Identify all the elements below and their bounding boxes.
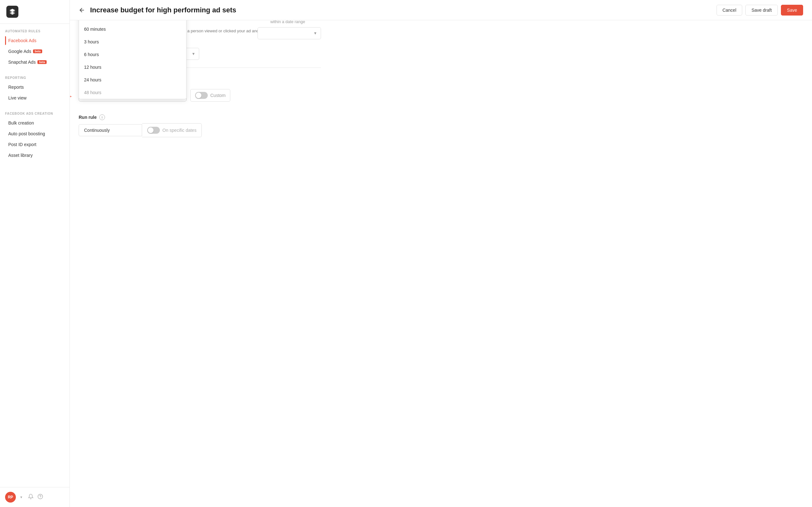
sidebar-item-auto-post-boosting[interactable]: Auto post boosting bbox=[5, 129, 64, 139]
sidebar-item-label-post-id-export: Post ID export bbox=[8, 142, 37, 147]
app-logo-icon bbox=[6, 6, 18, 18]
sidebar-item-label-live-view: Live view bbox=[8, 95, 27, 101]
chevron-down-icon[interactable]: ▾ bbox=[20, 495, 22, 499]
run-rule-toggle-slider bbox=[147, 127, 160, 134]
custom-toggle-slider bbox=[195, 92, 208, 99]
header-actions: Cancel Save draft Save bbox=[716, 5, 803, 15]
sidebar-section-automated-rules: AUTOMATED RULES Facebook Ads Google Ads … bbox=[0, 24, 69, 70]
sidebar-section-label-facebook-creation: FACEBOOK ADS CREATION bbox=[5, 112, 64, 115]
date-range-select-wrapper: ▼ bbox=[258, 27, 321, 39]
cancel-button[interactable]: Cancel bbox=[716, 5, 743, 15]
frequency-option-12h[interactable]: 12 hours bbox=[79, 61, 186, 73]
run-rule-toggle-wrapper: On specific dates bbox=[142, 123, 202, 137]
sidebar-item-label-facebook-ads: Facebook Ads bbox=[8, 38, 37, 43]
back-button[interactable] bbox=[79, 7, 85, 13]
avatar[interactable]: RP bbox=[5, 492, 16, 503]
sidebar-item-reports[interactable]: Reports bbox=[5, 82, 64, 92]
sidebar-item-facebook-ads[interactable]: Facebook Ads bbox=[5, 36, 64, 46]
sidebar-logo bbox=[0, 0, 69, 24]
sidebar-item-label-google-ads: Google Ads bbox=[8, 49, 31, 54]
frequency-option-24h[interactable]: 24 hours bbox=[79, 73, 186, 86]
sidebar-item-label-auto-post-boosting: Auto post boosting bbox=[8, 131, 45, 136]
google-ads-badge: beta bbox=[33, 49, 42, 53]
run-rule-row: Continuously On specific dates bbox=[79, 123, 321, 137]
sidebar: AUTOMATED RULES Facebook Ads Google Ads … bbox=[0, 0, 70, 507]
sidebar-section-reporting: REPORTING Reports Live view bbox=[0, 70, 69, 106]
frequency-area: 15 minutes 30 minutes 60 minutes 3 hours… bbox=[79, 89, 321, 102]
arrow-indicator: → bbox=[70, 92, 73, 101]
on-specific-dates-label: On specific dates bbox=[162, 128, 196, 133]
save-draft-button[interactable]: Save draft bbox=[745, 5, 778, 15]
within-date-range-text: within a date range bbox=[270, 20, 305, 24]
custom-label: Custom bbox=[210, 93, 225, 98]
snapchat-ads-badge: beta bbox=[38, 60, 47, 64]
sidebar-item-label-snapchat-ads: Snapchat Ads bbox=[8, 60, 36, 65]
sidebar-bottom: RP ▾ bbox=[0, 487, 69, 507]
run-rule-label: Run rule bbox=[79, 115, 97, 120]
help-icon[interactable] bbox=[38, 494, 43, 501]
date-range-wrapper: ▼ bbox=[258, 27, 321, 39]
sidebar-bottom-icons bbox=[28, 494, 43, 501]
sidebar-item-snapchat-ads[interactable]: Snapchat Ads beta bbox=[5, 57, 64, 67]
sidebar-item-label-reports: Reports bbox=[8, 84, 24, 90]
logo-svg bbox=[9, 8, 16, 15]
sidebar-item-google-ads[interactable]: Google Ads beta bbox=[5, 46, 64, 56]
sidebar-section-label-reporting: REPORTING bbox=[5, 76, 64, 79]
frequency-option-30min[interactable]: 30 minutes bbox=[79, 20, 186, 23]
save-button[interactable]: Save bbox=[781, 5, 803, 15]
run-rule-section: Run rule i Continuously On specific date… bbox=[79, 114, 321, 137]
run-rule-header: Run rule i bbox=[79, 114, 321, 120]
bell-icon[interactable] bbox=[28, 494, 34, 501]
sidebar-item-live-view[interactable]: Live view bbox=[5, 93, 64, 103]
page-title: Increase budget for high performing ad s… bbox=[90, 6, 711, 14]
frequency-option-60min[interactable]: 60 minutes bbox=[79, 23, 186, 36]
content-inner: An attribution window is the number of d… bbox=[70, 20, 330, 150]
header: Increase budget for high performing ad s… bbox=[70, 0, 812, 20]
frequency-option-6h[interactable]: 6 hours bbox=[79, 48, 186, 61]
sidebar-item-bulk-creation[interactable]: Bulk creation bbox=[5, 118, 64, 128]
sidebar-item-post-id-export[interactable]: Post ID export bbox=[5, 139, 64, 150]
content: An attribution window is the number of d… bbox=[70, 20, 812, 507]
run-rule-toggle[interactable] bbox=[147, 127, 160, 134]
main: Increase budget for high performing ad s… bbox=[70, 0, 812, 507]
sidebar-item-label-asset-library: Asset library bbox=[8, 153, 33, 158]
frequency-option-48h[interactable]: 48 hours bbox=[79, 86, 186, 99]
sidebar-item-asset-library[interactable]: Asset library bbox=[5, 150, 64, 160]
frequency-dropdown-list[interactable]: 15 minutes 30 minutes 60 minutes 3 hours… bbox=[79, 20, 187, 99]
frequency-section: 15 minutes 30 minutes 60 minutes 3 hours… bbox=[79, 89, 321, 137]
sidebar-item-label-bulk-creation: Bulk creation bbox=[8, 120, 34, 125]
run-rule-info-icon[interactable]: i bbox=[99, 114, 105, 120]
custom-toggle-wrapper: Custom bbox=[190, 89, 230, 102]
date-range-select[interactable] bbox=[258, 27, 321, 39]
custom-toggle[interactable] bbox=[195, 92, 208, 99]
frequency-option-3h[interactable]: 3 hours bbox=[79, 36, 186, 48]
run-rule-value: Continuously bbox=[79, 124, 142, 136]
sidebar-section-facebook-creation: FACEBOOK ADS CREATION Bulk creation Auto… bbox=[0, 106, 69, 164]
sidebar-section-label-automated-rules: AUTOMATED RULES bbox=[5, 30, 64, 33]
